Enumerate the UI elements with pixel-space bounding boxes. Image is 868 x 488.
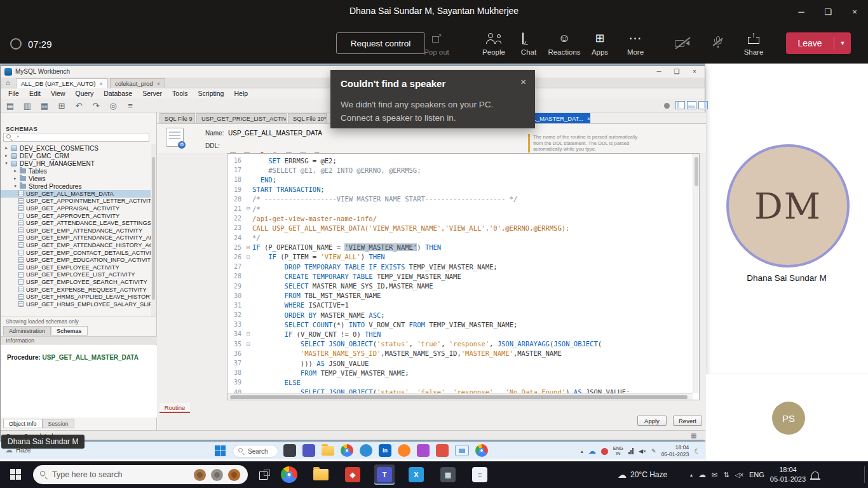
search-highlight-icon[interactable]: [194, 469, 206, 481]
tab-schemas[interactable]: Schemas: [51, 326, 88, 336]
screen-share-indicator-icon[interactable]: [455, 445, 469, 456]
procedure-item[interactable]: USP_GET_HRMS_EMPLOYEE_SALARY_SLIP_A(: [1, 301, 151, 308]
chrome-icon-tile[interactable]: [279, 464, 299, 485]
tree-item[interactable]: ▸Views: [1, 175, 151, 182]
share-button[interactable]: ↑ Share: [736, 32, 771, 56]
toggle-output-icon[interactable]: [687, 101, 696, 109]
volume-icon[interactable]: ◁×: [735, 471, 743, 478]
onedrive-icon[interactable]: ☁: [588, 447, 596, 456]
teams-app-icon[interactable]: [302, 444, 315, 457]
blue-x-app-icon[interactable]: X: [409, 467, 424, 482]
calculator-icon-tile[interactable]: ▦: [438, 464, 458, 485]
routine-bottom-tab[interactable]: Routine: [159, 403, 190, 413]
connection-tab-alldb[interactable]: ALL_DB (UAT_LEK_AUTO)×: [16, 78, 108, 88]
linkedin-icon[interactable]: in: [379, 444, 391, 457]
search-highlight-icon[interactable]: [228, 469, 240, 481]
search-highlight-icon[interactable]: [211, 469, 223, 481]
procedure-item[interactable]: USP_GET_EMP_ATTENDANCE_ACTIVITY: [1, 227, 151, 234]
new-script-icon[interactable]: ▤: [4, 100, 16, 111]
start-button[interactable]: [215, 445, 226, 456]
tree-item[interactable]: ▸DEV_EXCEL_COSMETICS: [1, 144, 151, 152]
menu-view[interactable]: View: [46, 90, 71, 97]
purple-app-icon[interactable]: [417, 444, 430, 457]
people-button[interactable]: People: [476, 32, 512, 56]
adobe-icon-tile[interactable]: ◆: [342, 464, 363, 485]
red-app-icon[interactable]: [436, 444, 449, 457]
task-view-icon[interactable]: [259, 470, 270, 479]
toggle-secondary-sidebar-icon[interactable]: [698, 101, 708, 109]
create-schema-icon[interactable]: ▦: [39, 100, 50, 111]
file-explorer-icon-tile[interactable]: [311, 464, 331, 485]
show-desktop-button[interactable]: [864, 466, 865, 483]
close-icon[interactable]: ×: [520, 76, 526, 87]
open-script-icon[interactable]: ▥: [22, 100, 33, 111]
file-explorer-icon[interactable]: [313, 469, 329, 480]
sql-tab-file9[interactable]: SQL File 9: [159, 113, 195, 123]
camera-button[interactable]: [665, 37, 700, 50]
procedure-item[interactable]: USP_GET_APPROVER_ACTIVITY: [1, 212, 151, 220]
host-weather-widget[interactable]: ☁ 20°C Haze: [618, 461, 667, 488]
schema-filter-input[interactable]: .*: [3, 133, 149, 142]
connection-tab-colekaut[interactable]: colekaut_prod×: [110, 78, 165, 88]
tree-item[interactable]: ▸Tables: [1, 167, 151, 175]
home-icon[interactable]: ⌂: [6, 79, 10, 86]
host-clock[interactable]: 18:0405-01-2023: [770, 465, 806, 484]
tab-administration[interactable]: Administration: [3, 326, 51, 336]
shared-clock[interactable]: 18:0405-01-2023: [661, 444, 689, 458]
menu-tools[interactable]: Tools: [167, 90, 193, 97]
menu-file[interactable]: File: [3, 90, 24, 97]
notifications-icon[interactable]: [811, 471, 819, 478]
edge-icon[interactable]: [360, 444, 372, 457]
tree-item[interactable]: ▾Stored Procedures: [1, 182, 151, 190]
undo-icon[interactable]: ↶: [73, 100, 85, 111]
routine-name-value[interactable]: USP_GET_ALL_MASTER_DATA: [228, 130, 322, 137]
create-table-icon[interactable]: ⊞: [56, 100, 67, 111]
host-search-box[interactable]: Type here to search: [33, 465, 248, 484]
close-tab-icon[interactable]: ×: [157, 81, 160, 87]
file-explorer-icon[interactable]: [322, 446, 334, 456]
pen-icon[interactable]: ✎: [651, 448, 656, 454]
menu-edit[interactable]: Edit: [24, 90, 46, 97]
browser-profile-icon[interactable]: [475, 444, 488, 457]
procedure-item[interactable]: USP_GET_EMP_ATTENDANCE_HISTORY_ACTI: [1, 241, 151, 249]
tray-expand-icon[interactable]: ▴: [690, 472, 693, 478]
blue-x-app-icon-tile[interactable]: X: [406, 464, 426, 485]
sql-tab-price-list[interactable]: USP_GET_PRICE_LIST_ACTIV...: [196, 113, 287, 123]
menu-scripting[interactable]: Scripting: [193, 90, 229, 97]
adobe-icon[interactable]: ◆: [345, 467, 360, 482]
procedure-item[interactable]: USP_GET_EMP_CONTACT_DETAILS_ACTIVITY: [1, 249, 151, 257]
language-indicator[interactable]: ENG: [749, 471, 764, 478]
procedure-item[interactable]: USP_GET_EMPLOYEE_ACTIVITY: [1, 264, 151, 271]
close-tab-icon[interactable]: ×: [587, 116, 590, 122]
volume-icon[interactable]: ◀×: [639, 448, 646, 454]
editor-horizontal-scrollbar[interactable]: [227, 393, 693, 400]
procedure-item[interactable]: USP_GET_ALL_MASTER_DATA: [1, 190, 151, 198]
tray-expand-icon[interactable]: ▴: [581, 449, 583, 454]
procedure-item[interactable]: USP_GET_APPOINTMENT_LETTER_ACTIVITY: [1, 198, 151, 205]
apply-button[interactable]: Apply: [637, 416, 667, 426]
reactions-button[interactable]: ☺ Reactions: [546, 32, 582, 56]
redo-icon[interactable]: ↷: [90, 100, 102, 111]
firefox-icon[interactable]: [398, 444, 410, 457]
code-editor[interactable]: 16 SET ERRMSG = @E2;17 #SELECT @E1, @E2 …: [227, 153, 700, 400]
more-button[interactable]: ⋯ More: [618, 32, 653, 56]
leave-button[interactable]: Leave ▼: [786, 32, 851, 54]
notes-icon-tile[interactable]: ≡: [470, 464, 490, 485]
close-icon[interactable]: ×: [841, 3, 868, 20]
search-icon[interactable]: ◎: [107, 100, 119, 111]
procedure-item[interactable]: USP_GET_APPRAISAL_ACTIVITY: [1, 205, 151, 212]
calculator-icon[interactable]: ▦: [440, 467, 456, 482]
menu-help[interactable]: Help: [229, 90, 253, 97]
tree-item[interactable]: ▸DEV_GMC_CRM: [1, 152, 151, 159]
menu-database[interactable]: Database: [98, 90, 137, 97]
mail-icon[interactable]: ✉: [712, 471, 717, 479]
language-indicator[interactable]: ENGIN: [613, 446, 623, 456]
procedure-item[interactable]: USP_GET_EMP_EDUCATION_INFO_ACTIVITY: [1, 256, 151, 264]
procedure-item[interactable]: USP_GET_HRMS_APPLIED_LEAVE_HISTORY_A: [1, 293, 151, 301]
wb-maximize-icon[interactable]: ❏: [668, 67, 686, 76]
network-icon[interactable]: ⇅: [723, 471, 729, 479]
restore-icon[interactable]: ❏: [815, 3, 841, 20]
notes-icon[interactable]: ≡: [472, 467, 487, 482]
shared-search-box[interactable]: Search: [233, 445, 278, 458]
leave-options-chevron-icon[interactable]: ▼: [834, 40, 851, 46]
